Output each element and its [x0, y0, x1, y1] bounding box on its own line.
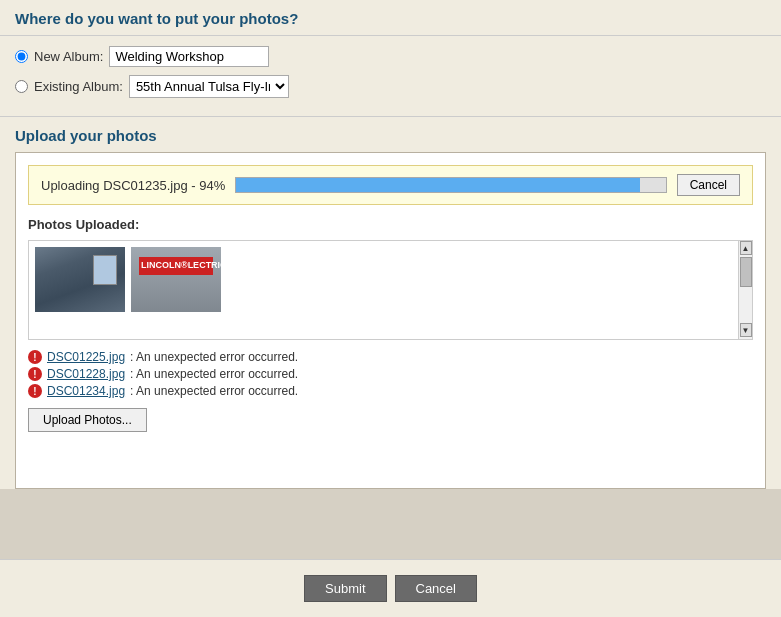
scrollbar[interactable]: ▲ ▼ [738, 241, 752, 339]
progress-bar-container [235, 177, 666, 193]
error-message-3: : An unexpected error occurred. [130, 384, 298, 398]
photos-grid: ▲ ▼ [28, 240, 753, 340]
error-message-1: : An unexpected error occurred. [130, 350, 298, 364]
upload-section-header: Upload your photos [0, 117, 781, 152]
section-header: Where do you want to put your photos? [0, 0, 781, 36]
submit-button[interactable]: Submit [304, 575, 386, 602]
error-list: ! DSC01225.jpg : An unexpected error occ… [28, 350, 753, 398]
photo-thumb-2 [131, 247, 221, 312]
photo-thumb-1 [35, 247, 125, 312]
new-album-radio[interactable] [15, 50, 28, 63]
existing-album-option: Existing Album: 55th Annual Tulsa Fly-In [15, 75, 766, 98]
error-message-2: : An unexpected error occurred. [130, 367, 298, 381]
bottom-area [0, 489, 781, 559]
scrollbar-arrow-down[interactable]: ▼ [740, 323, 752, 337]
progress-cancel-button[interactable]: Cancel [677, 174, 740, 196]
upload-panel: Uploading DSC01235.jpg - 94% Cancel Phot… [15, 152, 766, 489]
error-icon-3: ! [28, 384, 42, 398]
photos-uploaded-label: Photos Uploaded: [28, 217, 753, 232]
upload-section-title: Upload your photos [15, 127, 157, 144]
scrollbar-arrow-up[interactable]: ▲ [740, 241, 752, 255]
error-item-2: ! DSC01228.jpg : An unexpected error occ… [28, 367, 753, 381]
footer-cancel-button[interactable]: Cancel [395, 575, 477, 602]
new-album-option: New Album: [15, 46, 766, 67]
new-album-input[interactable] [109, 46, 269, 67]
existing-album-select[interactable]: 55th Annual Tulsa Fly-In [129, 75, 289, 98]
progress-label: Uploading DSC01235.jpg - 94% [41, 178, 225, 193]
error-item-3: ! DSC01234.jpg : An unexpected error occ… [28, 384, 753, 398]
error-icon-1: ! [28, 350, 42, 364]
scrollbar-thumb[interactable] [740, 257, 752, 287]
error-filename-3[interactable]: DSC01234.jpg [47, 384, 125, 398]
footer-buttons: Submit Cancel [0, 559, 781, 617]
error-filename-2[interactable]: DSC01228.jpg [47, 367, 125, 381]
error-item-1: ! DSC01225.jpg : An unexpected error occ… [28, 350, 753, 364]
upload-photos-button[interactable]: Upload Photos... [28, 408, 147, 432]
album-options: New Album: Existing Album: 55th Annual T… [0, 36, 781, 117]
existing-album-label: Existing Album: [34, 79, 123, 94]
error-filename-1[interactable]: DSC01225.jpg [47, 350, 125, 364]
progress-box: Uploading DSC01235.jpg - 94% Cancel [28, 165, 753, 205]
main-question: Where do you want to put your photos? [15, 10, 298, 27]
progress-bar-fill [236, 178, 640, 192]
new-album-label: New Album: [34, 49, 103, 64]
existing-album-radio[interactable] [15, 80, 28, 93]
error-icon-2: ! [28, 367, 42, 381]
main-container: Where do you want to put your photos? Ne… [0, 0, 781, 617]
